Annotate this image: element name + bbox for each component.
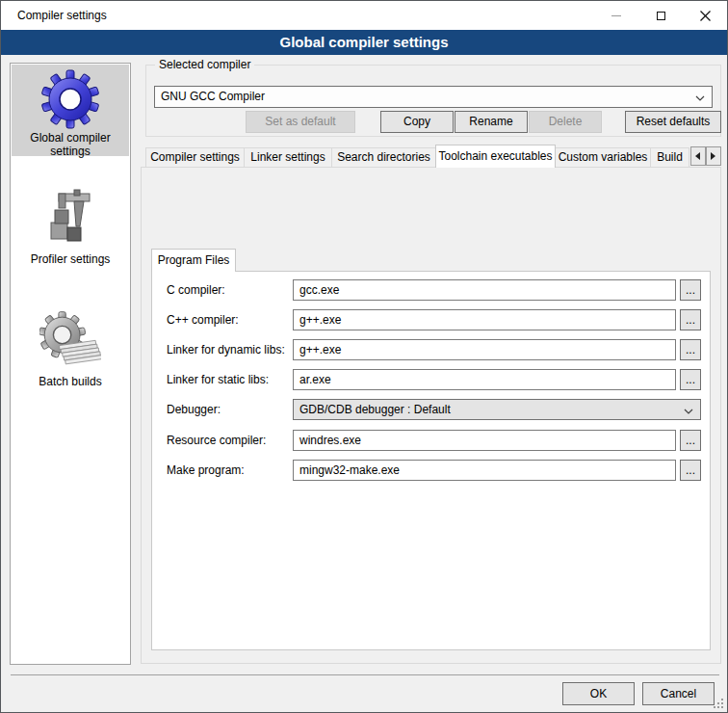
c-compiler-label: C compiler: [167,279,225,301]
maximize-icon [657,12,665,20]
dynamic-linker-label: Linker for dynamic libs: [167,339,285,360]
resource-compiler-input[interactable]: windres.exe [293,430,676,451]
cpp-compiler-input[interactable]: g++.exe [293,309,676,330]
sidebar-item-global-compiler-settings[interactable]: Global compiler settings [12,65,129,156]
caliper-blocks-icon [39,188,101,251]
resource-compiler-browse-button[interactable]: ... [680,430,701,451]
static-linker-label: Linker for static libs: [167,369,269,390]
make-program-label: Make program: [167,460,245,481]
settings-category-list: Global compiler settings Profiler settin… [10,63,131,665]
ok-button[interactable]: OK [562,682,635,705]
reset-defaults-button[interactable]: Reset defaults [625,111,721,133]
group-label: Selected compiler [155,58,254,71]
compiler-select-value: GNU GCC Compiler [161,90,265,103]
subtab-program-files[interactable]: Program Files [151,249,236,272]
tab-compiler-settings[interactable]: Compiler settings [145,147,245,168]
resize-grip[interactable] [714,699,723,708]
tab-search-directories[interactable]: Search directories [331,147,436,168]
set-as-default-button[interactable]: Set as default [246,111,355,133]
arrow-left-icon [695,152,701,160]
title-bar[interactable]: Compiler settings [1,1,727,30]
tab-linker-settings[interactable]: Linker settings [244,147,332,168]
c-compiler-input[interactable]: gcc.exe [293,279,676,301]
chevron-down-icon [684,409,693,414]
gray-gear-stack-icon [39,310,101,374]
cpp-compiler-label: C++ compiler: [167,309,239,330]
cancel-button[interactable]: Cancel [642,682,715,705]
delete-button[interactable]: Delete [529,111,602,133]
cpp-compiler-browse-button[interactable]: ... [680,309,701,330]
static-linker-input[interactable]: ar.exe [293,369,676,390]
sidebar-item-label: Global compiler settings [12,131,129,158]
debugger-select-value: GDB/CDB debugger : Default [299,403,451,416]
footer-separator [11,674,719,675]
resource-compiler-label: Resource compiler: [167,430,266,451]
make-program-input[interactable]: mingw32-make.exe [293,460,676,481]
close-button[interactable] [683,1,727,30]
debugger-label: Debugger: [167,399,221,420]
tab-scroll-right-button[interactable] [706,146,721,166]
make-program-browse-button[interactable]: ... [680,460,701,481]
blue-gear-icon [39,68,101,130]
tab-scroll-left-button[interactable] [690,146,706,166]
tab-custom-variables[interactable]: Custom variables [555,147,651,168]
dynamic-linker-browse-button[interactable]: ... [680,339,701,360]
close-icon [700,11,711,21]
tab-build-options-clipped[interactable]: Build [650,147,689,168]
arrow-right-icon [711,152,716,160]
minimize-icon [611,15,621,16]
sidebar-item-label: Profiler settings [12,252,129,266]
compiler-select[interactable]: GNU GCC Compiler [154,86,713,108]
sidebar-item-label: Batch builds [12,375,129,388]
sidebar-item-batch-builds[interactable]: Batch builds [12,306,129,405]
tab-toolchain-executables[interactable]: Toolchain executables [435,145,556,168]
minimize-button[interactable] [594,1,638,30]
chevron-down-icon [695,95,705,101]
window-title: Compiler settings [17,1,107,30]
dynamic-linker-input[interactable]: g++.exe [293,339,676,360]
maximize-button[interactable] [638,1,683,30]
rename-button[interactable]: Rename [455,111,528,133]
copy-button[interactable]: Copy [380,111,454,133]
dialog-banner: Global compiler settings [1,30,727,55]
static-linker-browse-button[interactable]: ... [680,369,701,390]
c-compiler-browse-button[interactable]: ... [680,279,701,301]
debugger-select[interactable]: GDB/CDB debugger : Default [293,399,701,420]
sidebar-item-profiler-settings[interactable]: Profiler settings [12,184,129,280]
compiler-settings-dialog: Compiler settings Global compiler settin… [0,0,728,713]
